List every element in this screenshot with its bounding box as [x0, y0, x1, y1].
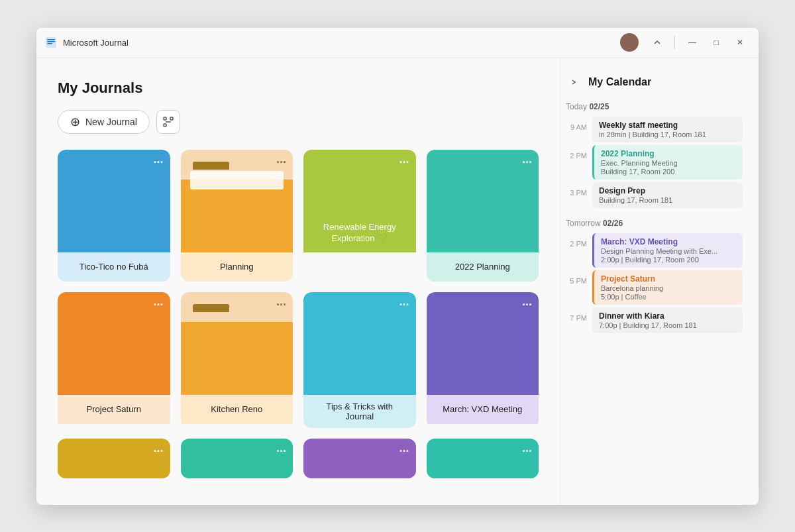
event-detail-line2: Building 17, Room 200 [601, 168, 736, 176]
card-menu-renewable[interactable]: ··· [399, 156, 409, 168]
event-detail-line2: 5:00p | Coffee [601, 293, 736, 301]
svg-rect-3 [47, 43, 52, 44]
card-label-renewable: Renewable Energy Exploration 🌱 [303, 222, 416, 244]
card-menu-tips[interactable]: ··· [399, 299, 409, 311]
card-menu-bottom4[interactable]: ··· [522, 445, 532, 457]
snap-button[interactable] [647, 32, 668, 53]
tomorrow-label: Tomorrow 02/26 [566, 219, 743, 228]
app-window: Microsoft Journal — □ ✕ My Journals [36, 28, 759, 505]
card-label-kitchenreno: Kitchen Reno [181, 395, 293, 424]
new-journal-button[interactable]: ⊕ New Journal [58, 110, 150, 134]
calendar-title: My Calendar [588, 76, 651, 88]
journal-card-2022planning[interactable]: ··· 2022 Planning [427, 150, 539, 282]
event-detail-line1: Exec. Planning Meeting [601, 159, 736, 167]
journal-card-march[interactable]: ··· March: VXD Meeting [427, 292, 539, 428]
journal-card-bottom1[interactable]: ··· [58, 439, 170, 478]
journal-card-kitchenreno[interactable]: ··· Kitchen Reno [181, 292, 293, 428]
new-journal-label: New Journal [85, 117, 137, 127]
card-menu-bottom2[interactable]: ··· [276, 445, 286, 457]
event-row-9am[interactable]: 9 AM Weekly staff meeting in 28min | Bui… [566, 117, 743, 142]
journal-card-bottom3[interactable]: ··· [303, 439, 416, 478]
svg-rect-0 [46, 37, 56, 48]
chevron-right-icon [570, 79, 577, 85]
calendar-section: My Calendar Today 02/25 9 AM Weekly staf… [560, 58, 759, 505]
journal-card-tips[interactable]: ··· Tips & Tricks with Journal [303, 292, 416, 428]
card-menu-2022planning[interactable]: ··· [522, 156, 532, 168]
event-detail: in 28min | Building 17, Room 181 [599, 131, 736, 138]
journals-grid: ··· Tico-Tico no Fubá ··· Plann [58, 150, 539, 478]
journal-card-bottom4[interactable]: ··· [427, 439, 539, 478]
card-menu-tico[interactable]: ··· [153, 156, 163, 168]
event-weekly-staff[interactable]: Weekly staff meeting in 28min | Building… [592, 117, 743, 142]
card-label-tips: Tips & Tricks with Journal [303, 395, 416, 428]
event-row-2pm-tomorrow[interactable]: 2 PM March: VXD Meeting Design Planning … [566, 233, 743, 268]
calendar-expand-button[interactable] [566, 74, 582, 90]
svg-rect-4 [164, 117, 166, 120]
maximize-button[interactable]: □ [706, 32, 727, 53]
event-detail-line1: Design Planning Meeting with Exe... [601, 247, 736, 255]
card-menu-march[interactable]: ··· [522, 299, 532, 311]
event-name: Weekly staff meeting [599, 121, 736, 130]
event-name: Dinner with Kiara [599, 311, 736, 321]
card-menu-kitchenreno[interactable]: ··· [276, 299, 286, 311]
event-detail-line1: Barcelona planning [601, 284, 736, 292]
app-title: Microsoft Journal [63, 38, 129, 48]
toolbar: ⊕ New Journal [58, 110, 539, 134]
journal-card-tico[interactable]: ··· Tico-Tico no Fubá [58, 150, 170, 282]
svg-rect-6 [164, 124, 166, 127]
event-row-3pm[interactable]: 3 PM Design Prep Building 17, Room 181 [566, 182, 743, 208]
event-march-vxd[interactable]: March: VXD Meeting Design Planning Meeti… [592, 233, 743, 268]
event-name: Design Prep [599, 186, 736, 195]
journal-card-saturn[interactable]: ··· Project Saturn [58, 292, 170, 428]
plus-icon: ⊕ [70, 116, 80, 128]
journal-card-planning1[interactable]: ··· Planning [181, 150, 293, 282]
event-name: March: VXD Meeting [601, 237, 736, 246]
svg-rect-2 [47, 41, 55, 42]
avatar [620, 33, 639, 52]
event-time-2pm: 2 PM [566, 145, 587, 160]
titlebar-separator [674, 36, 675, 49]
scan-icon [162, 116, 174, 128]
journal-card-renewable[interactable]: ··· Renewable Energy Exploration 🌱 [303, 150, 416, 282]
event-time-3pm: 3 PM [566, 182, 587, 197]
event-row-5pm[interactable]: 5 PM Project Saturn Barcelona planning 5… [566, 270, 743, 305]
titlebar-left: Microsoft Journal [44, 36, 620, 49]
event-row-2pm-today[interactable]: 2 PM 2022 Planning Exec. Planning Meetin… [566, 145, 743, 180]
svg-rect-5 [170, 117, 173, 120]
event-detail-line2: 2:00p | Building 17, Room 200 [601, 256, 736, 264]
journal-card-bottom2[interactable]: ··· [181, 439, 293, 478]
event-time-5pm: 5 PM [566, 270, 587, 285]
event-time-2pm-tmr: 2 PM [566, 233, 587, 248]
minimize-button[interactable]: — [682, 32, 703, 53]
calendar-header: My Calendar [566, 74, 743, 90]
close-button[interactable]: ✕ [729, 32, 751, 53]
event-dinner-kiara[interactable]: Dinner with Kiara 7:00p | Building 17, R… [592, 307, 743, 333]
card-menu-planning1[interactable]: ··· [276, 156, 286, 168]
card-label-saturn: Project Saturn [58, 395, 170, 424]
main-area: My Journals ⊕ New Journal [36, 58, 759, 505]
event-detail: Building 17, Room 181 [599, 196, 736, 204]
scan-button[interactable] [156, 110, 180, 134]
card-menu-bottom1[interactable]: ··· [153, 445, 163, 457]
event-design-prep[interactable]: Design Prep Building 17, Room 181 [592, 182, 743, 208]
event-name: 2022 Planning [601, 149, 736, 158]
card-label-march: March: VXD Meeting [427, 395, 539, 424]
event-2022-planning[interactable]: 2022 Planning Exec. Planning Meeting Bui… [592, 145, 743, 180]
svg-rect-1 [47, 39, 55, 40]
journals-section: My Journals ⊕ New Journal [36, 58, 560, 505]
card-menu-saturn[interactable]: ··· [153, 299, 163, 311]
titlebar: Microsoft Journal — □ ✕ [36, 28, 759, 58]
event-time-7pm: 7 PM [566, 307, 587, 322]
titlebar-controls: — □ ✕ [620, 32, 751, 53]
event-name: Project Saturn [601, 274, 736, 284]
card-label-2022planning: 2022 Planning [427, 252, 539, 282]
app-icon [44, 36, 58, 49]
event-detail: 7:00p | Building 17, Room 181 [599, 321, 736, 329]
today-label: Today 02/25 [566, 102, 743, 111]
page-title: My Journals [58, 80, 539, 97]
event-time-9am: 9 AM [566, 117, 587, 131]
card-menu-bottom3[interactable]: ··· [399, 445, 409, 457]
event-row-7pm[interactable]: 7 PM Dinner with Kiara 7:00p | Building … [566, 307, 743, 333]
event-project-saturn[interactable]: Project Saturn Barcelona planning 5:00p … [592, 270, 743, 305]
card-label-tico: Tico-Tico no Fubá [58, 252, 170, 282]
